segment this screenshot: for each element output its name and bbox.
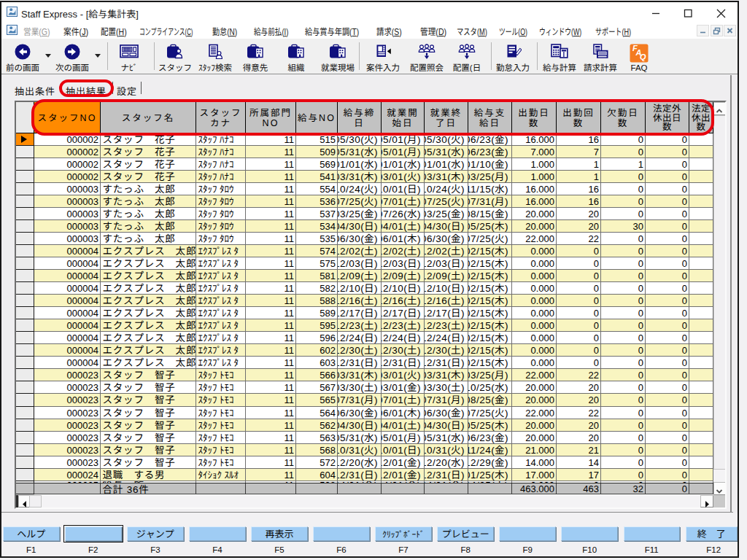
svg-text:Q: Q (640, 52, 646, 61)
